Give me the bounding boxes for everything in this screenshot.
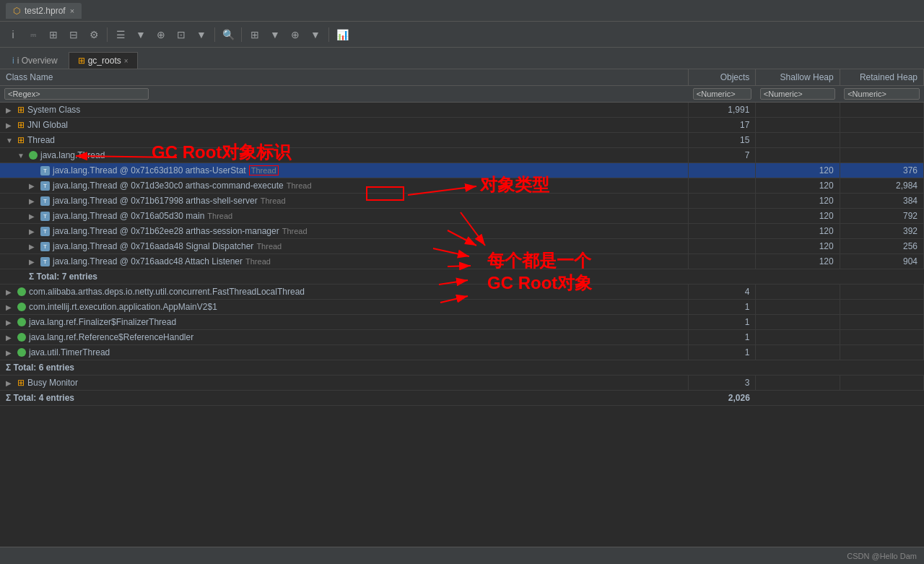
shallow-cell	[756, 330, 840, 345]
shallow-cell: 120	[756, 254, 840, 269]
row-label: java.util.TimerThread	[29, 347, 110, 357]
filter-class-name[interactable]	[0, 86, 689, 103]
shallow-cell	[756, 300, 840, 315]
expand-icon[interactable]: ▶	[29, 258, 38, 266]
toolbar-btn-12[interactable]: ▼	[266, 26, 284, 43]
expand-icon[interactable]: ▶	[6, 379, 14, 387]
green-class-icon	[29, 151, 38, 160]
expand-icon[interactable]: ▶	[6, 349, 14, 357]
thread-root-icon: ⊞	[17, 135, 25, 145]
table-row-thread[interactable]: ▼ ⊞ Thread 15	[0, 133, 924, 148]
table-row[interactable]: ▼ java.lang.Thread 7	[0, 148, 924, 163]
objects-cell: 1,991	[689, 103, 756, 118]
filter-objects-input[interactable]	[693, 88, 751, 100]
class-name-cell: ▶ T java.lang.Thread @ 0x716aada48 Signa…	[0, 239, 689, 254]
expand-icon[interactable]: ▶	[6, 303, 14, 311]
toolbar-btn-5[interactable]: ⚙	[85, 26, 103, 43]
toolbar-btn-9[interactable]: ⊡	[173, 26, 190, 43]
toolbar-btn-13[interactable]: ⊕	[287, 26, 304, 43]
tab-overview[interactable]: i i Overview	[3, 52, 67, 69]
row-label: java.lang.ref.Reference$ReferenceHandler	[29, 332, 193, 342]
table-row-thread-instance-3[interactable]: ▶ T java.lang.Thread @ 0x71b617998 artha…	[0, 194, 924, 209]
retained-cell: 392	[840, 224, 923, 239]
toolbar-btn-7[interactable]: ▼	[132, 26, 149, 43]
expand-icon[interactable]	[29, 167, 38, 175]
table-row[interactable]: ▶ java.lang.ref.Reference$ReferenceHandl…	[0, 330, 924, 345]
filter-retained[interactable]	[840, 86, 923, 103]
filter-class-name-input[interactable]	[4, 88, 149, 100]
toolbar-btn-10[interactable]: ▼	[193, 26, 210, 43]
toolbar-btn-14[interactable]: ▼	[307, 26, 324, 43]
toolbar-btn-2[interactable]: ⎓	[25, 26, 42, 43]
table-row[interactable]: ▶ ⊞ System Class 1,991	[0, 103, 924, 118]
filter-shallow-input[interactable]	[760, 88, 835, 100]
table-row-thread-instance-6[interactable]: ▶ T java.lang.Thread @ 0x716aada48 Signa…	[0, 239, 924, 254]
tab-gc-roots[interactable]: ⊞ gc_roots ×	[69, 52, 138, 69]
objects-cell: 1	[689, 300, 756, 315]
toolbar-btn-11[interactable]: ⊞	[246, 26, 263, 43]
retained-cell	[840, 376, 923, 391]
class-name-cell: ▶ java.lang.ref.Reference$ReferenceHandl…	[0, 330, 689, 345]
toolbar-btn-1[interactable]: i	[4, 26, 22, 43]
filter-retained-input[interactable]	[844, 88, 919, 100]
table-row-thread-instance-5[interactable]: ▶ T java.lang.Thread @ 0x71b62ee28 artha…	[0, 224, 924, 239]
filter-objects[interactable]	[689, 86, 756, 103]
expand-icon[interactable]: ▶	[6, 334, 14, 342]
thread-instance-icon: T	[40, 166, 50, 175]
row-label: Thread	[27, 135, 55, 145]
retained-cell	[840, 133, 923, 148]
class-name-cell: ▶ T java.lang.Thread @ 0x71b617998 artha…	[0, 194, 689, 209]
close-gc-roots-tab[interactable]: ×	[124, 57, 128, 65]
expand-icon[interactable]: ▶	[6, 318, 14, 326]
filter-shallow[interactable]	[756, 86, 840, 103]
toolbar-btn-3[interactable]: ⊞	[45, 26, 62, 43]
title-bar: ⬡ test2.hprof ×	[0, 0, 924, 22]
search-button[interactable]: 🔍	[219, 26, 237, 43]
toolbar-btn-6[interactable]: ☰	[112, 26, 129, 43]
table-row[interactable]: ▶ ⊞ Busy Monitor 3	[0, 376, 924, 391]
table-container[interactable]: Class Name Objects Shallow Heap Retained…	[0, 69, 924, 547]
table-row[interactable]: ▶ java.util.TimerThread 1	[0, 345, 924, 360]
status-bar: CSDN @Hello Dam	[0, 547, 924, 564]
grand-total-row: Σ Total: 4 entries 2,026	[0, 391, 924, 406]
expand-icon[interactable]: ▶	[6, 288, 14, 296]
table-row[interactable]: ▶ ⊞ JNI Global 17	[0, 118, 924, 133]
table-row[interactable]: ▶ com.alibaba.arthas.deps.io.netty.util.…	[0, 285, 924, 300]
row-label: com.intellij.rt.execution.application.Ap…	[29, 302, 217, 312]
expand-icon[interactable]: ▼	[6, 136, 14, 144]
table-row-thread-instance-2[interactable]: ▶ T java.lang.Thread @ 0x71d3e30c0 artha…	[0, 178, 924, 194]
thread-type-label: Thread	[256, 242, 282, 251]
title-tab[interactable]: ⬡ test2.hprof ×	[6, 3, 82, 19]
busy-monitor-icon: ⊞	[17, 378, 25, 388]
col-retained-heap: Retained Heap	[840, 69, 923, 86]
expand-icon[interactable]: ▶	[6, 106, 14, 114]
table-row-thread-instance-7[interactable]: ▶ T java.lang.Thread @ 0x716aadc48 Attac…	[0, 254, 924, 269]
total-row-6: Σ Total: 6 entries	[0, 360, 924, 376]
objects-cell: 1	[689, 345, 756, 360]
table-row[interactable]: ▶ com.intellij.rt.execution.application.…	[0, 300, 924, 315]
green-class-icon	[17, 303, 26, 311]
shallow-cell	[756, 315, 840, 330]
close-tab-button[interactable]: ×	[70, 6, 74, 15]
chart-button[interactable]: 📊	[334, 26, 351, 43]
expand-icon[interactable]: ▶	[29, 197, 38, 205]
table-row-thread-instance-1[interactable]: T java.lang.Thread @ 0x71c63d180 arthas-…	[0, 163, 924, 178]
expand-icon[interactable]: ▶	[29, 212, 38, 220]
expand-icon[interactable]: ▶	[29, 227, 38, 235]
row-label: java.lang.Thread @ 0x716aadc48 Attach Li…	[53, 256, 243, 266]
expand-icon[interactable]: ▼	[17, 152, 26, 160]
table-row[interactable]: ▶ java.lang.ref.Finalizer$FinalizerThrea…	[0, 315, 924, 330]
toolbar-btn-8[interactable]: ⊕	[152, 26, 170, 43]
expand-icon[interactable]: ▶	[29, 243, 38, 251]
row-label: com.alibaba.arthas.deps.io.netty.util.co…	[29, 287, 305, 297]
expand-icon[interactable]: ▶	[29, 182, 38, 190]
thread-type-label: Thread	[282, 227, 308, 235]
expand-icon[interactable]: ▶	[6, 121, 14, 129]
table-row-thread-instance-4[interactable]: ▶ T java.lang.Thread @ 0x716a05d30 main …	[0, 209, 924, 224]
retained-cell: 904	[840, 254, 923, 269]
toolbar-btn-4[interactable]: ⊟	[65, 26, 82, 43]
toolbar-sep-2	[214, 27, 215, 42]
thread-instance-icon: T	[40, 181, 50, 191]
thread-instance-icon: T	[40, 212, 50, 221]
retained-cell	[840, 103, 923, 118]
